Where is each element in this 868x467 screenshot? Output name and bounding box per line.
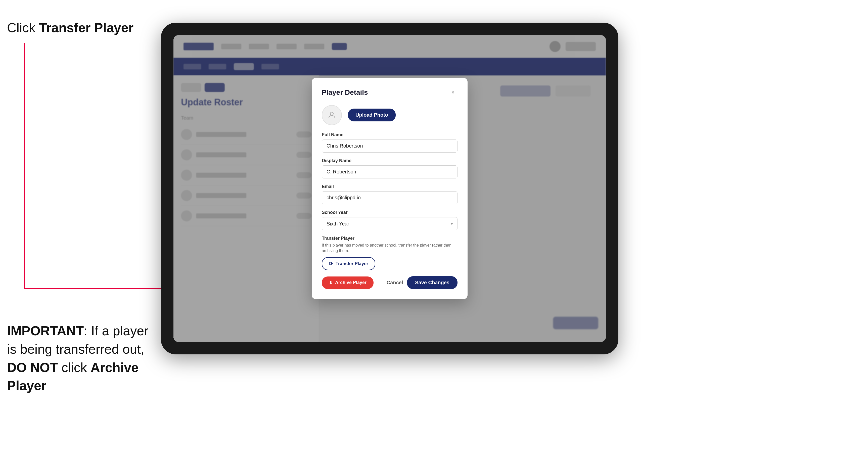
transfer-section-description: If this player has moved to another scho… <box>322 243 458 254</box>
email-group: Email <box>322 184 458 204</box>
school-year-select-wrapper: First Year Second Year Third Year Fourth… <box>322 217 458 230</box>
modal-overlay: Player Details × Upload Photo <box>174 35 606 342</box>
full-name-group: Full Name <box>322 132 458 153</box>
full-name-input[interactable] <box>322 139 458 153</box>
click-text: click <box>58 360 91 375</box>
instruction-bottom: IMPORTANT: If a player is being transfer… <box>7 322 153 395</box>
arrow-vertical <box>24 43 25 289</box>
transfer-player-button[interactable]: ⟳ Transfer Player <box>322 257 375 270</box>
full-name-label: Full Name <box>322 132 458 137</box>
display-name-label: Display Name <box>322 158 458 163</box>
archive-icon: ⬇ <box>329 280 333 285</box>
modal-title: Player Details <box>322 89 368 96</box>
transfer-btn-label: Transfer Player <box>336 261 368 267</box>
email-label: Email <box>322 184 458 189</box>
player-details-modal: Player Details × Upload Photo <box>312 78 468 299</box>
instruction-top: Click Transfer Player <box>7 20 133 35</box>
do-not-label: DO NOT <box>7 360 58 375</box>
content-area: Update Roster Team <box>174 75 606 342</box>
email-input[interactable] <box>322 191 458 204</box>
transfer-icon: ⟳ <box>329 261 333 267</box>
instruction-bold: Transfer Player <box>39 20 133 35</box>
transfer-section-title: Transfer Player <box>322 236 458 241</box>
important-label: IMPORTANT <box>7 323 84 338</box>
transfer-player-section: Transfer Player If this player has moved… <box>322 236 458 271</box>
tablet-device: Update Roster Team <box>161 23 618 354</box>
save-changes-button[interactable]: Save Changes <box>407 276 458 289</box>
modal-footer: ⬇ Archive Player Cancel Save Changes <box>322 276 458 289</box>
school-year-label: School Year <box>322 210 458 215</box>
avatar-placeholder <box>322 105 342 125</box>
archive-player-button[interactable]: ⬇ Archive Player <box>322 277 374 289</box>
display-name-input[interactable] <box>322 165 458 179</box>
archive-btn-label: Archive Player <box>335 280 367 285</box>
svg-point-0 <box>330 112 333 115</box>
photo-upload-row: Upload Photo <box>322 105 458 125</box>
display-name-group: Display Name <box>322 158 458 179</box>
upload-photo-button[interactable]: Upload Photo <box>348 108 396 121</box>
school-year-group: School Year First Year Second Year Third… <box>322 210 458 230</box>
school-year-select[interactable]: First Year Second Year Third Year Fourth… <box>322 217 458 230</box>
cancel-button[interactable]: Cancel <box>386 280 403 285</box>
instruction-prefix: Click <box>7 20 39 35</box>
modal-close-button[interactable]: × <box>448 88 458 97</box>
tablet-screen: Update Roster Team <box>174 35 606 342</box>
modal-header: Player Details × <box>322 88 458 97</box>
